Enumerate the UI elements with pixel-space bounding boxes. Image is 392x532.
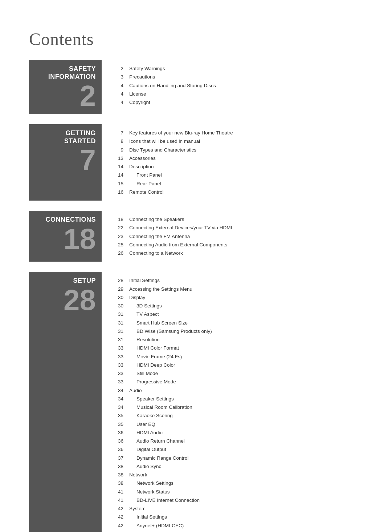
section-header-connections: CONNECTIONS18 <box>29 211 102 262</box>
section-header-getting-started: GETTING STARTED7 <box>29 124 102 201</box>
section-header-setup: SETUP28 <box>29 272 102 532</box>
section-header-safety: SAFETY INFORMATION2 <box>29 60 102 114</box>
section-number-connections: 18 <box>64 225 96 254</box>
section-title-safety: SAFETY INFORMATION <box>33 65 96 81</box>
section-number-getting-started: 7 <box>80 146 96 175</box>
section-number-safety: 2 <box>80 81 96 110</box>
section-number-setup: 28 <box>64 286 96 315</box>
section-title-getting-started: GETTING STARTED <box>33 129 96 145</box>
